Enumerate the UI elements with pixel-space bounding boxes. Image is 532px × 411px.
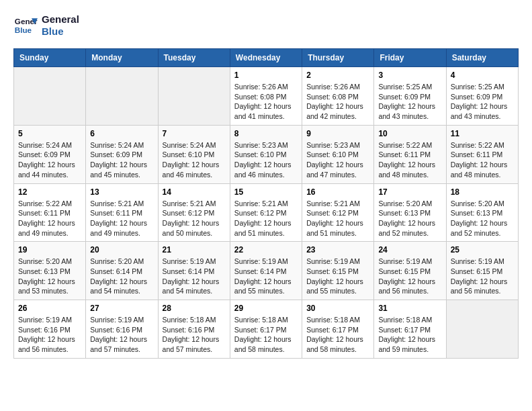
day-cell: 31 Sunrise: 5:18 AMSunset: 6:17 PMDaylig…: [374, 300, 446, 359]
day-number: 9: [306, 129, 369, 138]
day-info: Sunrise: 5:20 AMSunset: 6:14 PMDaylight:…: [90, 257, 153, 296]
day-cell: 16 Sunrise: 5:21 AMSunset: 6:12 PMDaylig…: [302, 183, 374, 242]
day-cell: 6 Sunrise: 5:24 AMSunset: 6:09 PMDayligh…: [86, 125, 158, 183]
calendar-table: SundayMondayTuesdayWednesdayThursdayFrid…: [13, 48, 519, 359]
day-info: Sunrise: 5:18 AMSunset: 6:17 PMDaylight:…: [378, 315, 441, 355]
day-info: Sunrise: 5:26 AMSunset: 6:08 PMDaylight:…: [306, 82, 369, 122]
day-info: Sunrise: 5:19 AMSunset: 6:14 PMDaylight:…: [163, 257, 226, 296]
day-number: 23: [306, 245, 369, 255]
column-header-sunday: Sunday: [14, 49, 86, 67]
day-number: 5: [18, 129, 81, 138]
day-cell: 21 Sunrise: 5:19 AMSunset: 6:14 PMDaylig…: [158, 242, 230, 300]
column-header-friday: Friday: [374, 49, 446, 67]
week-row-4: 19 Sunrise: 5:20 AMSunset: 6:13 PMDaylig…: [14, 242, 519, 300]
day-number: 12: [18, 187, 81, 197]
day-cell: 25 Sunrise: 5:19 AMSunset: 6:15 PMDaylig…: [446, 242, 518, 300]
week-row-5: 26 Sunrise: 5:19 AMSunset: 6:16 PMDaylig…: [14, 300, 519, 359]
day-cell: 11 Sunrise: 5:22 AMSunset: 6:11 PMDaylig…: [446, 125, 518, 183]
day-number: 7: [163, 129, 226, 138]
day-info: Sunrise: 5:24 AMSunset: 6:09 PMDaylight:…: [90, 140, 153, 180]
day-number: 1: [234, 71, 298, 80]
day-cell: 22 Sunrise: 5:19 AMSunset: 6:14 PMDaylig…: [230, 242, 302, 300]
day-info: Sunrise: 5:21 AMSunset: 6:12 PMDaylight:…: [234, 199, 298, 238]
day-info: Sunrise: 5:19 AMSunset: 6:15 PMDaylight:…: [451, 257, 514, 296]
day-number: 15: [234, 187, 298, 197]
day-cell: 14 Sunrise: 5:21 AMSunset: 6:12 PMDaylig…: [158, 183, 230, 242]
day-cell: [446, 300, 518, 359]
header-row: SundayMondayTuesdayWednesdayThursdayFrid…: [14, 49, 519, 67]
day-cell: [14, 67, 86, 126]
day-number: 21: [163, 245, 226, 255]
day-cell: 8 Sunrise: 5:23 AMSunset: 6:10 PMDayligh…: [230, 125, 302, 183]
day-info: Sunrise: 5:18 AMSunset: 6:17 PMDaylight:…: [306, 315, 369, 355]
day-info: Sunrise: 5:20 AMSunset: 6:13 PMDaylight:…: [18, 257, 81, 296]
day-cell: 9 Sunrise: 5:23 AMSunset: 6:10 PMDayligh…: [302, 125, 374, 183]
day-number: 20: [90, 245, 153, 255]
day-cell: 10 Sunrise: 5:22 AMSunset: 6:11 PMDaylig…: [374, 125, 446, 183]
day-number: 26: [18, 304, 81, 313]
column-header-wednesday: Wednesday: [230, 49, 302, 67]
day-cell: 17 Sunrise: 5:20 AMSunset: 6:13 PMDaylig…: [374, 183, 446, 242]
day-cell: 15 Sunrise: 5:21 AMSunset: 6:12 PMDaylig…: [230, 183, 302, 242]
day-cell: 13 Sunrise: 5:21 AMSunset: 6:11 PMDaylig…: [86, 183, 158, 242]
day-number: 10: [378, 129, 441, 138]
logo-icon: General Blue: [13, 13, 38, 38]
day-number: 14: [163, 187, 226, 197]
week-row-3: 12 Sunrise: 5:22 AMSunset: 6:11 PMDaylig…: [14, 183, 519, 242]
day-cell: 29 Sunrise: 5:18 AMSunset: 6:17 PMDaylig…: [230, 300, 302, 359]
week-row-1: 1 Sunrise: 5:26 AMSunset: 6:08 PMDayligh…: [14, 67, 519, 126]
day-cell: 24 Sunrise: 5:19 AMSunset: 6:15 PMDaylig…: [374, 242, 446, 300]
day-info: Sunrise: 5:20 AMSunset: 6:13 PMDaylight:…: [378, 199, 441, 238]
day-info: Sunrise: 5:18 AMSunset: 6:16 PMDaylight:…: [163, 315, 226, 355]
day-info: Sunrise: 5:19 AMSunset: 6:15 PMDaylight:…: [378, 257, 441, 296]
day-info: Sunrise: 5:24 AMSunset: 6:10 PMDaylight:…: [163, 140, 226, 180]
day-number: 28: [163, 304, 226, 313]
day-cell: 12 Sunrise: 5:22 AMSunset: 6:11 PMDaylig…: [14, 183, 86, 242]
day-cell: 20 Sunrise: 5:20 AMSunset: 6:14 PMDaylig…: [86, 242, 158, 300]
column-header-saturday: Saturday: [446, 49, 518, 67]
week-row-2: 5 Sunrise: 5:24 AMSunset: 6:09 PMDayligh…: [14, 125, 519, 183]
day-cell: 1 Sunrise: 5:26 AMSunset: 6:08 PMDayligh…: [230, 67, 302, 126]
day-number: 22: [234, 245, 298, 255]
day-number: 18: [451, 187, 514, 197]
day-number: 19: [18, 245, 81, 255]
day-cell: 23 Sunrise: 5:19 AMSunset: 6:15 PMDaylig…: [302, 242, 374, 300]
day-cell: 26 Sunrise: 5:19 AMSunset: 6:16 PMDaylig…: [14, 300, 86, 359]
day-info: Sunrise: 5:23 AMSunset: 6:10 PMDaylight:…: [306, 140, 369, 180]
day-cell: 18 Sunrise: 5:20 AMSunset: 6:13 PMDaylig…: [446, 183, 518, 242]
day-info: Sunrise: 5:24 AMSunset: 6:09 PMDaylight:…: [18, 140, 81, 180]
day-number: 2: [306, 71, 369, 80]
day-info: Sunrise: 5:22 AMSunset: 6:11 PMDaylight:…: [378, 140, 441, 180]
day-info: Sunrise: 5:18 AMSunset: 6:17 PMDaylight:…: [234, 315, 298, 355]
day-cell: 30 Sunrise: 5:18 AMSunset: 6:17 PMDaylig…: [302, 300, 374, 359]
logo: General Blue GeneralBlue: [13, 13, 79, 38]
day-number: 6: [90, 129, 153, 138]
day-number: 8: [234, 129, 298, 138]
day-cell: 27 Sunrise: 5:19 AMSunset: 6:16 PMDaylig…: [86, 300, 158, 359]
day-number: 25: [451, 245, 514, 255]
day-info: Sunrise: 5:19 AMSunset: 6:14 PMDaylight:…: [234, 257, 298, 296]
day-cell: 7 Sunrise: 5:24 AMSunset: 6:10 PMDayligh…: [158, 125, 230, 183]
day-info: Sunrise: 5:26 AMSunset: 6:08 PMDaylight:…: [234, 82, 298, 122]
day-number: 3: [378, 71, 441, 80]
day-cell: [158, 67, 230, 126]
column-header-monday: Monday: [86, 49, 158, 67]
column-header-thursday: Thursday: [302, 49, 374, 67]
day-info: Sunrise: 5:19 AMSunset: 6:16 PMDaylight:…: [18, 315, 81, 355]
day-number: 16: [306, 187, 369, 197]
day-info: Sunrise: 5:22 AMSunset: 6:11 PMDaylight:…: [18, 199, 81, 238]
day-info: Sunrise: 5:19 AMSunset: 6:15 PMDaylight:…: [306, 257, 369, 296]
svg-text:Blue: Blue: [15, 26, 32, 34]
day-number: 27: [90, 304, 153, 313]
day-info: Sunrise: 5:19 AMSunset: 6:16 PMDaylight:…: [90, 315, 153, 355]
day-info: Sunrise: 5:25 AMSunset: 6:09 PMDaylight:…: [378, 82, 441, 122]
day-number: 31: [378, 304, 441, 313]
day-cell: 28 Sunrise: 5:18 AMSunset: 6:16 PMDaylig…: [158, 300, 230, 359]
day-info: Sunrise: 5:22 AMSunset: 6:11 PMDaylight:…: [451, 140, 514, 180]
day-number: 13: [90, 187, 153, 197]
logo-text: GeneralBlue: [42, 13, 79, 38]
column-header-tuesday: Tuesday: [158, 49, 230, 67]
day-cell: 5 Sunrise: 5:24 AMSunset: 6:09 PMDayligh…: [14, 125, 86, 183]
day-number: 4: [451, 71, 514, 80]
day-info: Sunrise: 5:21 AMSunset: 6:11 PMDaylight:…: [90, 199, 153, 238]
